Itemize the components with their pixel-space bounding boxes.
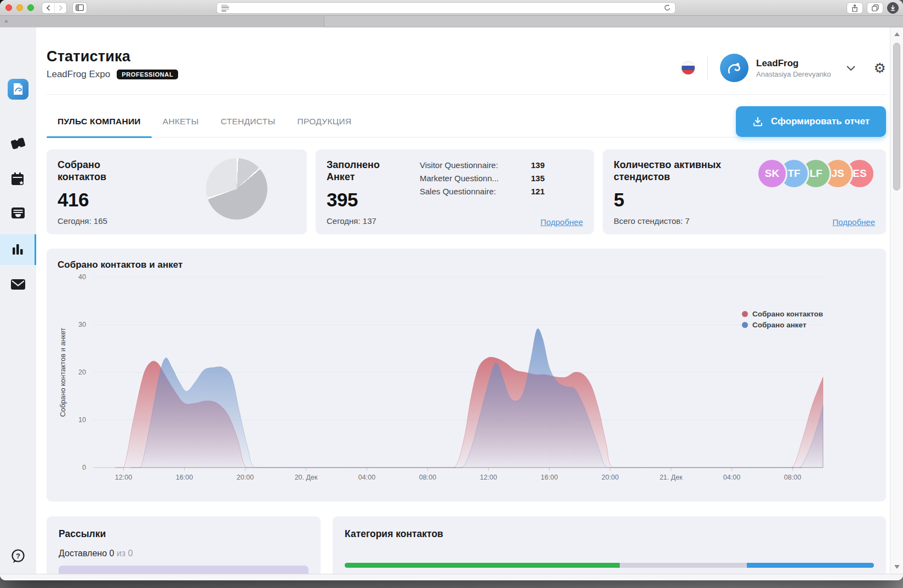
address-bar[interactable] [216,2,676,14]
plan-badge: PROFESSIONAL [117,70,178,79]
browser-toolbar [0,0,903,16]
forms-more-link[interactable]: Подробнее [540,217,583,227]
mailings-bar [59,566,308,574]
staff-card-title: Количество активных стендистов [614,159,778,183]
legend-label: Собрано анкет [752,321,807,329]
area-chart: 01020304012:0016:0020:0020. Дек04:0008:0… [58,262,875,492]
svg-text:12:00: 12:00 [115,474,132,481]
avatar[interactable] [720,54,748,82]
categories-title: Категория контактов [345,528,874,540]
svg-text:Собрано контактов и анкет: Собрано контактов и анкет [59,327,67,417]
share-button[interactable] [847,2,863,14]
svg-text:?: ? [16,552,20,560]
reader-icon[interactable] [221,5,229,11]
zoom-window-button[interactable] [27,4,34,11]
tab-3[interactable]: ПРОДУКЦИЯ [287,106,363,137]
questionnaire-row-1: Marketer Questionn...135 [420,174,545,183]
sidebar-item-mail[interactable] [0,269,36,299]
horizontal-scrollbar-track[interactable] [0,574,903,580]
svg-text:16:00: 16:00 [176,474,193,481]
chevron-left-icon [46,5,50,11]
contacts-card-title: Собрано контактов [58,159,145,183]
tab-1[interactable]: АНКЕТЫ [152,106,210,137]
stat-cards: Собрано контактов 416 Сегодня: 165 Запол… [47,149,886,234]
header-left: Статистика LeadFrog Expo PROFESSIONAL [47,48,178,80]
questionnaire-value: 135 [531,174,545,183]
legend-item-1[interactable]: Собрано анкет [742,321,823,329]
legend-dot-icon [742,311,748,317]
toolbar-right-buttons [847,2,899,14]
svg-text:20: 20 [78,368,86,376]
staff-more-link[interactable]: Подробнее [832,217,875,227]
mailings-delivered: Доставлено 0 из 0 [59,549,308,558]
download-icon [752,116,763,127]
mailings-card: Рассылки Доставлено 0 из 0 [47,516,321,574]
questionnaire-value: 121 [531,187,545,196]
url-input[interactable] [229,5,664,11]
category-segment-0 [345,563,620,568]
generate-report-label: Сформировать отчет [771,116,870,127]
leadfrog-logo-icon[interactable] [8,79,28,100]
scroll-up-icon[interactable] [894,32,900,36]
mailings-title: Рассылки [59,528,308,540]
app-page: ? Статистика LeadFrog Expo PROFESSIONAL [0,27,903,574]
language-flag-icon[interactable] [681,61,695,75]
back-button[interactable] [42,3,54,13]
contacts-pie-chart [206,158,267,220]
sidebar-item-statistics[interactable] [0,234,36,265]
help-button[interactable]: ? [0,549,36,564]
nav-buttons [42,2,67,14]
sidebar-item-cards[interactable] [0,198,36,228]
delivered-total: из 0 [117,549,133,558]
wallet-icon [10,207,26,219]
tab-2[interactable]: СТЕНДИСТЫ [210,106,287,137]
svg-text:21. Дек: 21. Дек [660,474,683,481]
reload-icon[interactable] [664,4,671,11]
sidebar-item-tickets[interactable] [0,128,36,159]
browser-tab[interactable]: × [0,16,324,27]
tabs: ПУЛЬС КОМПАНИИАНКЕТЫСТЕНДИСТЫПРОДУКЦИЯ [47,106,362,137]
forward-button[interactable] [54,3,66,13]
envelope-icon [10,279,26,290]
main-content: Статистика LeadFrog Expo PROFESSIONAL [36,27,890,574]
chart-panel: Собрано контактов и анкет 01020304012:00… [47,249,886,501]
downloads-button[interactable] [887,2,899,14]
scrollbar-thumb[interactable] [893,43,900,191]
staff-avatar-SK[interactable]: SK [757,158,787,189]
generate-report-button[interactable]: Сформировать отчет [736,106,886,137]
tab-0[interactable]: ПУЛЬС КОМПАНИИ [47,106,152,137]
user-name: Anastasiya Derevyanko [756,70,831,78]
minimize-window-button[interactable] [16,4,23,11]
questionnaire-label: Marketer Questionn... [420,174,499,183]
frog-icon [725,59,744,77]
svg-text:12:00: 12:00 [480,474,497,481]
tab-close-icon[interactable]: × [4,19,8,25]
svg-text:04:00: 04:00 [358,474,375,481]
user-block[interactable]: LeadFrog Anastasiya Derevyanko [756,58,831,78]
traffic-lights [5,4,34,11]
scroll-down-icon[interactable] [894,565,900,569]
svg-text:30: 30 [78,321,86,328]
sidebar-toggle-button[interactable] [72,2,87,14]
chevron-down-icon[interactable] [847,66,855,71]
svg-text:10: 10 [78,416,86,424]
browser-window: × [0,0,903,580]
close-window-button[interactable] [5,4,12,11]
vertical-scrollbar[interactable] [890,27,903,574]
categories-bar [345,563,874,568]
ticket-icon [10,136,26,151]
svg-text:16:00: 16:00 [541,474,558,481]
staff-value: 5 [614,189,875,211]
legend-item-0[interactable]: Собрано контактов [742,310,823,318]
chart-legend: Собрано контактовСобрано анкет [742,310,823,329]
gear-icon[interactable]: ⚙ [874,61,886,75]
questionnaire-label: Sales Questionnaire: [420,187,496,196]
bottom-cards: Рассылки Доставлено 0 из 0 Категория кон… [47,516,886,574]
tabs-row: ПУЛЬС КОМПАНИИАНКЕТЫСТЕНДИСТЫПРОДУКЦИЯ С… [47,106,886,137]
sidebar-item-schedule[interactable] [0,164,36,194]
app-header: Статистика LeadFrog Expo PROFESSIONAL [47,27,886,95]
forms-card-title: Заполнено Анкет [327,159,403,183]
staff-card: Количество активных стендистов 5 Всего с… [603,149,886,234]
tab-overview-button[interactable] [867,2,883,14]
app-sidebar: ? [0,27,36,574]
